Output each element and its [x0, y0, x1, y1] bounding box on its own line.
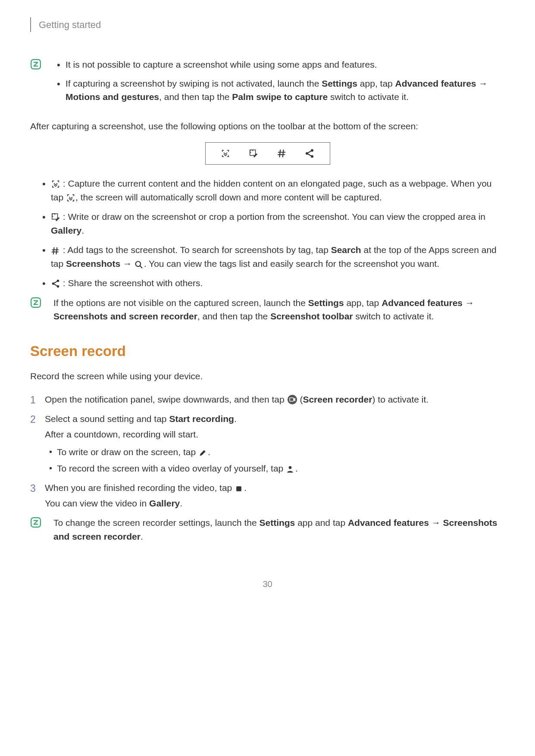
scroll-capture-icon — [220, 148, 231, 159]
arrow: → — [463, 298, 474, 308]
text: If capturing a screenshot by swiping is … — [66, 78, 322, 88]
text: When you are finished recording the vide… — [45, 483, 235, 493]
sub-step: To record the screen with a video overla… — [45, 462, 505, 475]
step: 2 Select a sound setting and tap Start r… — [30, 412, 505, 475]
body-paragraph: After capturing a screenshot, use the fo… — [30, 119, 505, 133]
text: : Add tags to the screenshot. To search … — [60, 245, 331, 255]
start-recording-label: Start recording — [169, 414, 234, 424]
step: 3 When you are finished recording the vi… — [30, 481, 505, 510]
steps-list: 1 Open the notification panel, swipe dow… — [30, 393, 505, 510]
text: Open the notification panel, swipe downw… — [45, 394, 287, 404]
text: app, tap — [357, 78, 395, 88]
text: To change the screen recorder settings, … — [53, 518, 259, 528]
section-breadcrumb: Getting started — [39, 18, 101, 32]
advanced-features-label: Advanced features — [395, 78, 476, 88]
advanced-features-label: Advanced features — [382, 298, 463, 308]
share-icon — [304, 148, 315, 159]
text: If the options are not visible on the ca… — [53, 298, 308, 308]
text: You can view the video in Gallery. — [45, 497, 505, 510]
text: switch to activate it. — [328, 92, 409, 102]
screen-record-heading: Screen record — [30, 341, 505, 362]
screenshots-recorder-label: Screenshots and screen recorder — [53, 311, 197, 321]
gallery-label: Gallery — [149, 498, 180, 508]
note-icon — [30, 297, 41, 308]
search-icon — [135, 259, 144, 269]
toolbar-options-list: : Capture the current content and the hi… — [39, 177, 505, 290]
share-icon — [51, 278, 60, 288]
screenshot-toolbar-label: Screenshot toolbar — [270, 311, 353, 321]
screen-recorder-label: Screen recorder — [303, 394, 372, 404]
text: app, tap — [344, 298, 382, 308]
text: , and then tap the — [197, 311, 270, 321]
text: . — [180, 498, 182, 508]
text: . — [81, 225, 84, 235]
note-icon — [30, 517, 41, 528]
screenshots-label: Screenshots — [66, 259, 120, 269]
text: Select a sound setting and tap — [45, 414, 169, 424]
text: ( — [297, 394, 303, 404]
text: . — [208, 447, 210, 457]
settings-label: Settings — [322, 78, 357, 88]
scroll-capture-icon — [66, 193, 75, 202]
note-icon — [30, 59, 41, 70]
search-label: Search — [331, 245, 361, 255]
note-block-recorder-settings: To change the screen recorder settings, … — [30, 516, 505, 543]
arrow: → — [120, 259, 135, 269]
advanced-features-label: Advanced features — [348, 518, 429, 528]
step-number: 2 — [30, 412, 36, 427]
note-content: To change the screen recorder settings, … — [53, 516, 505, 543]
step-number: 3 — [30, 481, 36, 496]
pen-icon — [198, 447, 208, 457]
arrow: → — [429, 518, 443, 528]
toolbar-option: : Capture the current content and the hi… — [39, 177, 505, 204]
text: , and then tap the — [159, 92, 232, 102]
text: After a countdown, recording will start. — [45, 428, 505, 441]
page-header: Getting started — [30, 17, 505, 32]
step: 1 Open the notification panel, swipe dow… — [30, 393, 505, 406]
note-block-toolbar-visible: If the options are not visible on the ca… — [30, 296, 505, 323]
person-icon — [286, 464, 295, 473]
toolbar-option: : Share the screenshot with others. — [39, 276, 505, 290]
screen-recorder-badge-icon — [287, 394, 297, 405]
screenshot-toolbar — [205, 142, 330, 165]
step-number: 1 — [30, 393, 36, 408]
palm-swipe-label: Palm swipe to capture — [232, 92, 328, 102]
gallery-label: Gallery — [51, 225, 81, 235]
scroll-capture-icon — [51, 179, 60, 188]
text: . — [234, 414, 237, 424]
note-bullet: It is not possible to capture a screensh… — [53, 58, 505, 72]
text: switch to activate it. — [353, 311, 434, 321]
text: : Share the screenshot with others. — [60, 278, 203, 288]
note-bullet: If capturing a screenshot by swiping is … — [53, 77, 505, 104]
note-block-screenshot-limit: It is not possible to capture a screensh… — [30, 58, 505, 109]
crop-pen-icon — [51, 212, 60, 222]
text: It is not possible to capture a screensh… — [66, 59, 377, 69]
text: , the screen will automatically scroll d… — [75, 192, 382, 202]
toolbar-option: : Add tags to the screenshot. To search … — [39, 243, 505, 270]
text: . — [244, 483, 247, 493]
hash-icon — [276, 148, 287, 159]
text: . — [295, 463, 298, 473]
motions-gestures-label: Motions and gestures — [66, 92, 159, 102]
arrow: → — [476, 78, 488, 88]
text: . — [141, 531, 143, 541]
note-content: It is not possible to capture a screensh… — [53, 58, 505, 109]
text: app and tap — [295, 518, 348, 528]
sub-step: To write or draw on the screen, tap . — [45, 445, 505, 459]
hash-icon — [51, 245, 60, 255]
toolbar-option: : Write or draw on the screenshot or cro… — [39, 210, 505, 237]
toolbar-figure — [30, 142, 505, 165]
stop-icon — [235, 483, 244, 493]
text: To write or draw on the screen, tap — [57, 447, 198, 457]
text: To record the screen with a video overla… — [57, 463, 286, 473]
note-content: If the options are not visible on the ca… — [53, 296, 505, 323]
body-paragraph: Record the screen while using your devic… — [30, 369, 505, 383]
page-number: 30 — [30, 578, 505, 590]
crop-pen-icon — [248, 148, 259, 159]
text: . You can view the tags list and easily … — [144, 259, 439, 269]
settings-label: Settings — [259, 518, 295, 528]
settings-label: Settings — [308, 298, 344, 308]
text: You can view the video in — [45, 498, 149, 508]
text: : Write or draw on the screenshot or cro… — [60, 212, 485, 222]
text: ) to activate it. — [372, 394, 429, 404]
